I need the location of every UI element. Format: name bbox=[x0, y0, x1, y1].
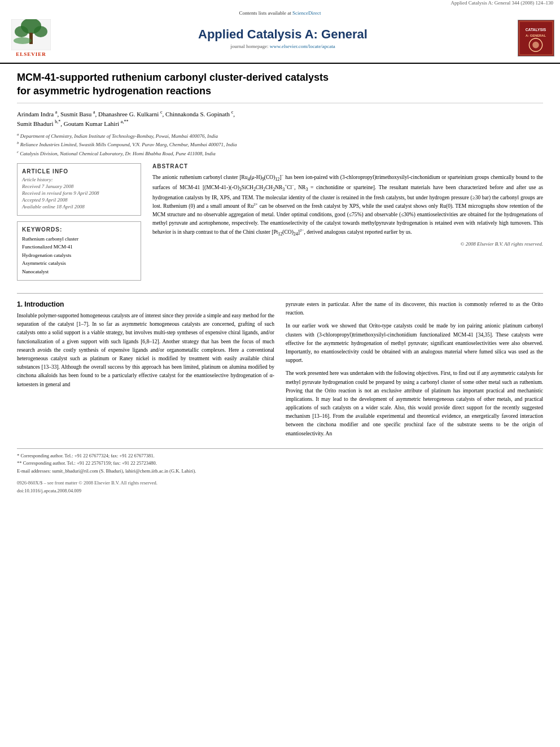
catalysis-logo: CATALYSIS A: GENERAL bbox=[509, 20, 554, 56]
keyword-3: Hydrogenation catalysts bbox=[22, 251, 136, 259]
keyword-1: Ruthenium carbonyl cluster bbox=[22, 235, 136, 243]
keyword-5: Nanocatalyst bbox=[22, 268, 136, 276]
issn-line: 0926-860X/$ – see front matter © 2008 El… bbox=[17, 480, 543, 486]
history-label: Article history: bbox=[22, 177, 136, 182]
elsevier-logo: ELSEVIER bbox=[6, 19, 56, 57]
intro-para-1: Insoluble polymer-supported homogeneous … bbox=[17, 312, 274, 389]
page: Applied Catalysis A: General 344 (2008) … bbox=[0, 0, 560, 747]
footnote-area: * Corresponding author. Tel.: +91 22 676… bbox=[17, 448, 543, 475]
contents-label: Contents lists available at bbox=[239, 10, 291, 16]
accepted-row: Accepted 9 April 2008 bbox=[22, 197, 136, 203]
journal-top-bar: Contents lists available at ScienceDirec… bbox=[0, 8, 560, 17]
journal-ref-line: Applied Catalysis A: General 344 (2008) … bbox=[0, 0, 560, 8]
page-footer: 0926-860X/$ – see front matter © 2008 El… bbox=[17, 480, 543, 493]
revised-row: Received in revised form 9 April 2008 bbox=[22, 190, 136, 196]
online-row: Available online 18 April 2008 bbox=[22, 204, 136, 209]
elsevier-text: ELSEVIER bbox=[16, 51, 46, 57]
abstract-label: ABSTRACT bbox=[152, 163, 543, 169]
svg-point-5 bbox=[14, 37, 32, 44]
intro-para-2: pyruvate esters in particular. After the… bbox=[286, 300, 543, 317]
svg-point-3 bbox=[34, 26, 47, 37]
abstract-text: The anionic ruthenium carbonyl cluster [… bbox=[152, 173, 543, 238]
doi-text: doi:10.1016/j.apcata.2008.04.009 bbox=[17, 488, 81, 493]
left-column: ARTICLE INFO Article history: Received 7… bbox=[17, 163, 141, 286]
article-info-label: ARTICLE INFO bbox=[22, 168, 136, 174]
journal-homepage: journal homepage: www.elsevier.com/locat… bbox=[56, 43, 509, 49]
right-column: ABSTRACT The anionic ruthenium carbonyl … bbox=[152, 163, 543, 286]
journal-name: Applied Catalysis A: General bbox=[56, 27, 509, 42]
journal-header: Applied Catalysis A: General 344 (2008) … bbox=[0, 0, 560, 64]
keyword-2: Functionalized MCM-41 bbox=[22, 243, 136, 251]
abstract-section: ABSTRACT The anionic ruthenium carbonyl … bbox=[152, 163, 543, 247]
svg-text:CATALYSIS: CATALYSIS bbox=[526, 28, 546, 32]
history-heading: Article history: bbox=[22, 177, 53, 182]
doi-line: doi:10.1016/j.apcata.2008.04.009 bbox=[17, 488, 543, 493]
introduction-section: 1. Introduction Insoluble polymer-suppor… bbox=[17, 300, 543, 443]
keyword-4: Asymmetric catalysis bbox=[22, 259, 136, 267]
footnote-email: E-mail addresses: sumit_bhaduri@ril.com … bbox=[17, 468, 543, 475]
received-row: Received 7 January 2008 bbox=[22, 184, 136, 189]
homepage-prefix: journal homepage: bbox=[230, 43, 269, 49]
intro-heading: 1. Introduction bbox=[17, 300, 274, 308]
intro-left: 1. Introduction Insoluble polymer-suppor… bbox=[17, 300, 274, 443]
svg-text:A: GENERAL: A: GENERAL bbox=[526, 34, 546, 37]
article-body: MCM-41-supported ruthenium carbonyl clus… bbox=[0, 64, 560, 505]
intro-para-3: In our earlier work we showed that Orito… bbox=[286, 322, 543, 365]
affiliations: a Department of Chemistry, Indian Instit… bbox=[17, 132, 543, 158]
sciencedirect-link[interactable]: ScienceDirect bbox=[292, 10, 321, 16]
homepage-link[interactable]: www.elsevier.com/locate/apcata bbox=[270, 43, 335, 49]
keywords-box: Keywords: Ruthenium carbonyl cluster Fun… bbox=[17, 221, 141, 281]
catalysis-logo-box: CATALYSIS A: GENERAL bbox=[518, 20, 554, 56]
intro-para-4: The work presented here was undertaken w… bbox=[286, 369, 543, 438]
authors: Arindam Indra a, Susmit Basu a, Dhanashr… bbox=[17, 109, 543, 128]
journal-title-center: Applied Catalysis A: General journal hom… bbox=[56, 27, 509, 49]
article-title: MCM-41-supported ruthenium carbonyl clus… bbox=[17, 71, 543, 103]
footnote-2: ** Corresponding author. Tel.: +91 22 25… bbox=[17, 460, 543, 468]
svg-point-2 bbox=[15, 26, 28, 37]
section-divider bbox=[17, 293, 543, 294]
header-content: ELSEVIER Applied Catalysis A: General jo… bbox=[0, 17, 560, 59]
elsevier-tree-svg bbox=[11, 19, 51, 50]
svg-point-11 bbox=[532, 42, 539, 49]
catalysis-logo-svg: CATALYSIS A: GENERAL bbox=[518, 20, 554, 56]
article-info-abstract: ARTICLE INFO Article history: Received 7… bbox=[17, 163, 543, 286]
intro-right: pyruvate esters in particular. After the… bbox=[286, 300, 543, 443]
copyright-line: © 2008 Elsevier B.V. All rights reserved… bbox=[152, 241, 543, 247]
footnote-1: * Corresponding author. Tel.: +91 22 676… bbox=[17, 452, 543, 460]
keywords-label: Keywords: bbox=[22, 226, 136, 233]
article-history-box: ARTICLE INFO Article history: Received 7… bbox=[17, 163, 141, 216]
